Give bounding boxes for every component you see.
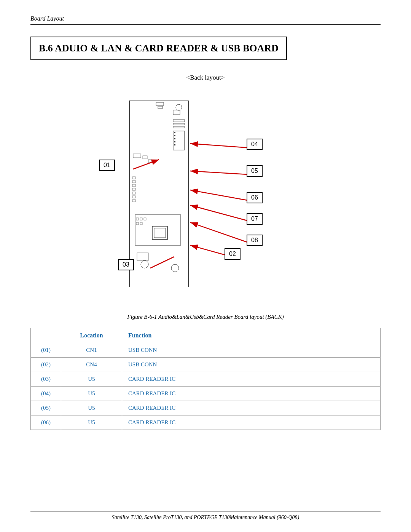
cell-num: (01) [31,343,61,358]
arrows-overlay [72,93,339,306]
header-num [31,328,61,343]
cell-function: CARD READER IC [122,415,381,430]
svg-rect-9 [174,132,175,133]
page-container: Board Layout B.6 ADUIO & LAN & CARD READ… [0,0,411,532]
footer: Satellite T130, Satellite ProT130, and P… [30,511,381,521]
label-07: 07 [247,213,263,225]
components-table: Location Function (01) CN1 USB CONN (02)… [30,328,381,430]
cell-num: (06) [31,415,61,430]
footer-text: Satellite T130, Satellite ProT130, and P… [112,514,299,520]
label-03: 03 [118,259,134,270]
cell-location: U5 [61,372,122,387]
label-06: 06 [247,192,263,203]
header-section: Board Layout [30,15,381,25]
label-05: 05 [247,165,263,177]
header-location: Location [61,328,122,343]
svg-rect-13 [174,144,175,145]
table-row: (06) U5 CARD READER IC [31,415,381,430]
svg-rect-0 [129,101,188,287]
cell-location: U5 [61,387,122,401]
cell-location: U5 [61,415,122,430]
cell-function: USB CONN [122,358,381,372]
subtitle: <Back layout> [30,74,381,81]
cell-num: (04) [31,387,61,401]
cell-location: U5 [61,401,122,415]
svg-rect-12 [174,141,175,142]
cell-function: CARD READER IC [122,401,381,415]
table-row: (05) U5 CARD READER IC [31,401,381,415]
cell-num: (05) [31,401,61,415]
header-title: Board Layout [30,15,64,22]
cell-num: (02) [31,358,61,372]
header-function: Function [122,328,381,343]
label-04: 04 [247,139,263,150]
cell-location: CN4 [61,358,122,372]
cell-function: CARD READER IC [122,387,381,401]
table-row: (02) CN4 USB CONN [31,358,381,372]
cell-location: CN1 [61,343,122,358]
cell-function: USB CONN [122,343,381,358]
svg-rect-10 [174,135,175,136]
figure-caption: Figure B-6-1 Audio&Lan&Usb&Card Reader B… [30,314,381,320]
section-title: B.6 ADUIO & LAN & CARD READER & USB BOAR… [30,37,287,60]
table-row: (01) CN1 USB CONN [31,343,381,358]
table-row: (04) U5 CARD READER IC [31,387,381,401]
diagram-area: 01 02 03 04 05 06 07 08 [72,93,339,306]
table-header-row: Location Function [31,328,381,343]
label-02: 02 [225,248,241,260]
cell-num: (03) [31,372,61,387]
table-row: (03) U5 CARD READER IC [31,372,381,387]
label-01: 01 [99,160,115,171]
label-08: 08 [247,235,263,246]
svg-rect-11 [174,138,175,139]
cell-function: CARD READER IC [122,372,381,387]
